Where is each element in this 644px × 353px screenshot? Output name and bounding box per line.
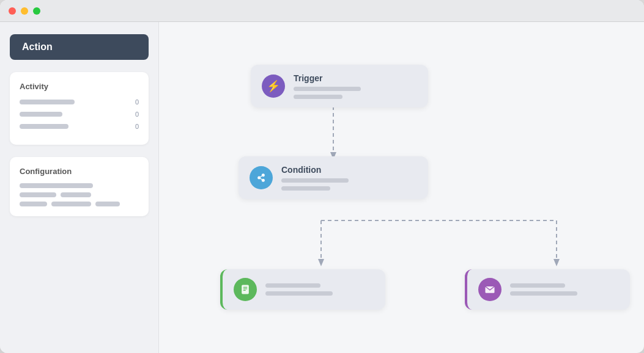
trigger-label: Trigger [294,73,361,83]
minimize-dot[interactable] [21,7,28,15]
activity-row-3: 0 [20,123,139,130]
config-row-1 [20,192,139,197]
trigger-icon: ⚡ [262,75,285,98]
config-line-2b [61,192,91,197]
config-line-1 [20,183,93,188]
svg-line-11 [261,178,262,180]
condition-line1 [281,178,349,183]
titlebar [0,0,644,22]
activity-bar-3 [20,124,68,129]
activity-title: Activity [20,82,139,91]
mail-content [510,283,577,296]
trigger-node[interactable]: ⚡ Trigger [251,65,428,107]
svg-line-10 [261,176,262,177]
condition-line2 [281,186,330,191]
main-canvas: ⚡ Trigger [159,22,644,353]
svg-rect-14 [243,288,248,289]
configuration-section: Configuration [10,157,149,216]
activity-count-1: 0 [130,98,139,106]
flow-container: ⚡ Trigger [183,40,620,335]
condition-content: Condition [281,165,349,191]
task-line2 [265,291,333,296]
sidebar: Action Activity 0 0 0 [0,22,159,353]
trigger-line2 [294,95,342,99]
action-header[interactable]: Action [10,34,149,60]
task-line1 [265,283,320,288]
activity-row-1: 0 [20,98,139,106]
trigger-line1 [294,87,361,91]
config-row-2 [20,202,139,206]
condition-node[interactable]: Condition [239,156,428,199]
trigger-content: Trigger [294,73,361,99]
condition-icon [250,166,273,189]
svg-marker-3 [318,259,324,266]
config-line-3b [51,202,91,206]
svg-rect-13 [243,287,248,288]
config-lines [20,183,139,206]
svg-rect-15 [243,290,246,291]
activity-bar-1 [20,100,75,104]
activity-section: Activity 0 0 0 [10,72,149,145]
svg-point-9 [262,179,265,182]
task-content [265,283,333,296]
svg-marker-6 [553,259,560,266]
maximize-dot[interactable] [33,7,40,15]
task-node[interactable] [220,269,385,310]
config-line-3a [20,202,47,206]
mail-node[interactable] [465,269,630,310]
condition-label: Condition [281,165,349,175]
mail-line2 [510,291,577,296]
svg-point-8 [262,173,265,176]
config-line-2a [20,192,56,197]
mail-line1 [510,283,565,288]
action-label: Action [22,42,53,52]
mail-icon [478,278,502,301]
svg-rect-12 [242,285,249,294]
activity-count-2: 0 [130,111,139,118]
content-area: Action Activity 0 0 0 [0,22,644,353]
configuration-title: Configuration [20,167,139,176]
activity-bar-2 [20,112,62,117]
close-dot[interactable] [9,7,16,15]
svg-point-7 [257,176,261,180]
activity-row-2: 0 [20,111,139,118]
config-line-3c [95,202,120,206]
task-icon [234,278,257,301]
activity-count-3: 0 [130,123,139,130]
app-window: Action Activity 0 0 0 [0,0,644,353]
